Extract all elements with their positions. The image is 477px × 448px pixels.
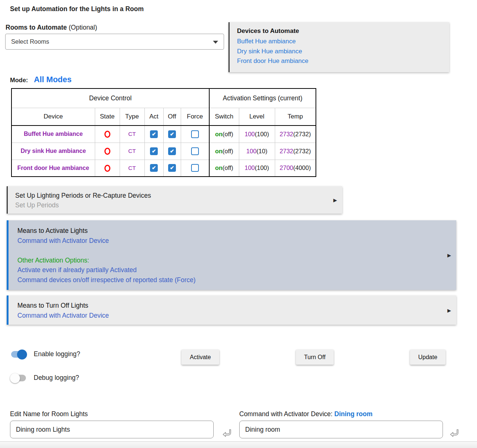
rooms-label-optional: (Optional) <box>67 24 97 31</box>
group-header-activation-settings: Activation Settings (current) <box>209 88 316 108</box>
activator-device-input[interactable] <box>239 421 443 438</box>
update-button[interactable]: Update <box>410 350 446 365</box>
col-header-level: Level <box>239 108 275 126</box>
rooms-label-bold: Rooms to Automate <box>6 24 67 31</box>
device-link-dry-sink[interactable]: Dry sink Hue ambiance <box>237 47 442 57</box>
activator-device-label: Command with Activator Device: Dining ro… <box>239 410 373 418</box>
footer-bar <box>0 441 477 448</box>
off-checkbox[interactable] <box>168 164 176 172</box>
switch-value: on(off) <box>209 126 239 143</box>
rooms-select-dropdown[interactable]: Select Rooms <box>5 34 224 50</box>
device-type: CT <box>120 160 144 177</box>
col-header-temp: Temp <box>275 108 316 126</box>
temp-value: 2732(2732) <box>275 126 316 143</box>
device-name: Buffet Hue ambiance <box>11 126 95 143</box>
table-row: Buffet Hue ambiance CT on(off) 100(100) … <box>11 126 316 143</box>
turnoff-command-link[interactable]: Command with Activator Device <box>17 311 441 321</box>
page-title: Set up Automation for the Lights in a Ro… <box>10 5 144 13</box>
activate-option-force[interactable]: Command devices on/off irrespective of r… <box>17 275 441 285</box>
device-type: CT <box>120 143 144 160</box>
group-header-device-control: Device Control <box>11 88 209 108</box>
expand-arrow-icon: ▶ <box>333 197 337 203</box>
means-to-turn-off-section[interactable]: Means to Turn Off Lights Command with Ac… <box>7 295 456 325</box>
device-state-icon <box>104 148 110 155</box>
enable-logging-label: Enable logging? <box>34 350 80 358</box>
mode-label: Mode: <box>10 77 28 84</box>
device-type: CT <box>120 126 144 143</box>
activator-device-link[interactable]: Dining room <box>334 410 373 418</box>
devices-panel-title: Devices to Automate <box>237 27 442 35</box>
periods-title: Set Up Lighting Periods or Re-Capture De… <box>15 191 327 200</box>
force-checkbox[interactable] <box>191 164 199 172</box>
activate-button[interactable]: Activate <box>181 350 219 365</box>
rooms-select-value: Select Rooms <box>11 38 49 45</box>
device-state-icon <box>104 165 110 172</box>
temp-value: 2732(2732) <box>275 143 316 160</box>
debug-logging-label: Debug logging? <box>34 374 79 382</box>
expand-arrow-icon: ▶ <box>447 253 451 258</box>
activate-option-partial[interactable]: Activate even if already partially Activ… <box>17 265 441 275</box>
room-lights-page: Set up Automation for the Lights in a Ro… <box>0 0 477 448</box>
caret-down-icon <box>213 41 218 44</box>
enable-logging-toggle[interactable] <box>11 351 26 358</box>
edit-name-label: Edit Name for Room Lights <box>10 410 88 418</box>
col-header-device: Device <box>11 108 95 126</box>
col-header-act: Act <box>144 108 163 126</box>
device-name: Dry sink Hue ambiance <box>11 143 95 160</box>
devices-to-automate-panel: Devices to Automate Buffet Hue ambiance … <box>229 22 449 72</box>
device-control-table: Device Control Activation Settings (curr… <box>11 88 316 177</box>
off-checkbox[interactable] <box>168 147 176 155</box>
temp-value: 2700(4000) <box>275 160 316 177</box>
debug-logging-toggle[interactable] <box>11 375 26 381</box>
other-activation-options-title: Other Activation Options: <box>17 255 441 265</box>
activate-section-title: Means to Activate Lights <box>17 226 441 236</box>
act-checkbox[interactable] <box>150 147 158 155</box>
device-state-icon <box>104 131 110 138</box>
force-checkbox[interactable] <box>191 130 199 138</box>
col-header-off: Off <box>163 108 181 126</box>
periods-subtitle: Set Up Periods <box>15 200 327 210</box>
level-value: 100(100) <box>239 160 275 177</box>
act-checkbox[interactable] <box>150 164 158 172</box>
setup-periods-section[interactable]: Set Up Lighting Periods or Re-Capture De… <box>7 186 342 214</box>
return-icon[interactable] <box>221 427 233 438</box>
level-value: 100(100) <box>239 126 275 143</box>
mode-row: Mode: All Modes <box>10 75 71 84</box>
col-header-force: Force <box>181 108 209 126</box>
activate-command-link[interactable]: Command with Activator Device <box>17 236 441 246</box>
toggle-knob <box>10 373 20 383</box>
off-checkbox[interactable] <box>168 130 176 138</box>
col-header-switch: Switch <box>209 108 239 126</box>
col-header-type: Type <box>120 108 144 126</box>
activator-label-prefix: Command with Activator Device: <box>239 410 334 418</box>
means-to-activate-section[interactable]: Means to Activate Lights Command with Ac… <box>7 220 456 290</box>
device-name: Front door Hue ambiance <box>11 160 95 177</box>
device-link-buffet[interactable]: Buffet Hue ambiance <box>237 37 442 47</box>
toggle-knob <box>17 350 27 360</box>
expand-arrow-icon: ▶ <box>447 307 451 313</box>
return-icon[interactable] <box>449 427 460 438</box>
switch-value: on(off) <box>209 160 239 177</box>
turn-off-button[interactable]: Turn Off <box>296 350 334 365</box>
table-row: Dry sink Hue ambiance CT on(off) 100(10)… <box>11 143 316 160</box>
rooms-to-automate-label: Rooms to Automate (Optional) <box>6 24 97 31</box>
device-link-front-door[interactable]: Front door Hue ambiance <box>237 56 442 66</box>
col-header-state: State <box>95 108 120 126</box>
force-checkbox[interactable] <box>191 147 199 155</box>
switch-value: on(off) <box>209 143 239 160</box>
room-lights-name-input[interactable] <box>10 421 214 438</box>
mode-value-link[interactable]: All Modes <box>34 75 72 84</box>
turnoff-section-title: Means to Turn Off Lights <box>17 301 441 311</box>
level-value: 100(10) <box>239 143 275 160</box>
table-row: Front door Hue ambiance CT on(off) 100(1… <box>11 160 316 177</box>
act-checkbox[interactable] <box>150 130 158 138</box>
